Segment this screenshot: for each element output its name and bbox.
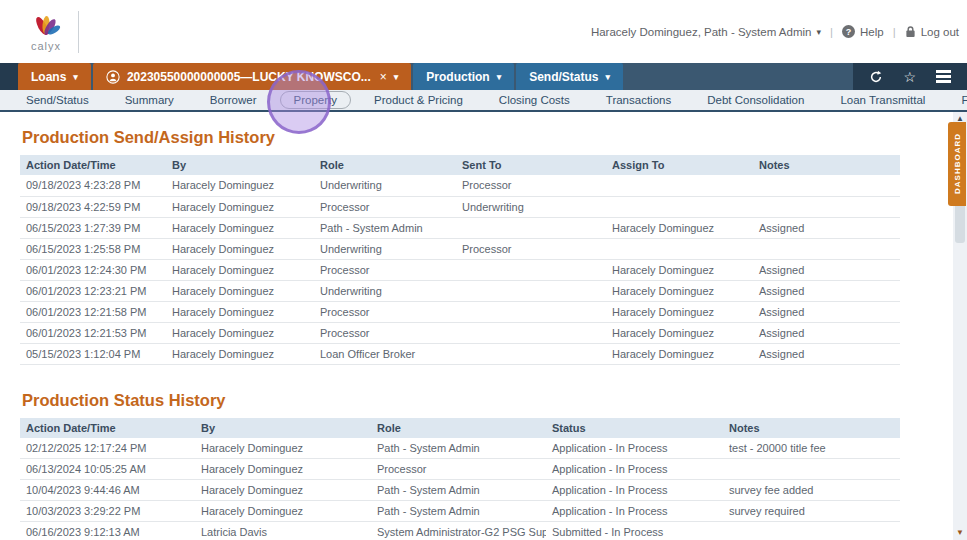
table-cell: 05/15/2023 1:12:04 PM (20, 343, 166, 364)
table-row: 02/12/2025 12:17:24 PMHaracely Dominguez… (20, 438, 900, 459)
production-label: Production (426, 70, 489, 84)
table-cell: 10/04/2023 9:44:46 AM (20, 480, 195, 501)
help-link[interactable]: ? Help (842, 25, 884, 38)
table-cell: 06/15/2023 1:25:58 PM (20, 238, 166, 259)
table-cell (753, 175, 900, 196)
table-cell: Assigned (753, 322, 900, 343)
logout-label: Log out (921, 26, 959, 38)
user-role-label: Haracely Dominguez, Path - System Admin (591, 26, 812, 38)
table-cell: test - 20000 title fee (723, 438, 900, 459)
dashboard-flyout-tab[interactable]: DASHBOARD (948, 122, 966, 206)
table-cell: Assigned (753, 301, 900, 322)
table-row: 06/01/2023 12:24:30 PMHaracely Dominguez… (20, 259, 900, 280)
table-cell: Processor (314, 259, 456, 280)
column-header: Role (314, 155, 456, 175)
divider (78, 11, 79, 53)
table-cell: Processor (371, 459, 546, 480)
divider: | (830, 26, 833, 38)
table-cell: Underwriting (314, 238, 456, 259)
table-cell: Haracely Dominguez (195, 438, 371, 459)
table-row: 06/01/2023 12:23:21 PMHaracely Dominguez… (20, 280, 900, 301)
table-cell (456, 280, 606, 301)
table-cell: 06/01/2023 12:21:53 PM (20, 322, 166, 343)
tab-send-status[interactable]: Send/Status (26, 94, 89, 106)
column-header: By (195, 418, 371, 438)
logo-wordmark: calyx (31, 40, 61, 52)
menu-icon[interactable] (936, 70, 951, 83)
tab-debt-consolidation[interactable]: Debt Consolidation (707, 94, 804, 106)
chevron-down-icon: ▾ (394, 72, 399, 82)
table-cell: 09/18/2023 4:23:28 PM (20, 175, 166, 196)
table-cell (456, 343, 606, 364)
loan-tab[interactable]: 20230550000000005—LUCKY KNOWSCO... × ▾ (93, 63, 411, 90)
table-cell (456, 259, 606, 280)
table-cell (723, 459, 900, 480)
column-header: Sent To (456, 155, 606, 175)
table-cell: Processor (314, 322, 456, 343)
table-cell: Haracely Dominguez (195, 459, 371, 480)
refresh-icon[interactable] (869, 70, 883, 84)
main-nav-bar: Loans ▾ 20230550000000005—LUCKY KNOWSCO.… (0, 63, 967, 90)
top-header: calyx Haracely Dominguez, Path - System … (0, 0, 967, 63)
main-content: Production Send/Assign History Action Da… (0, 128, 967, 540)
table-cell: Haracely Dominguez (166, 280, 314, 301)
calyx-logo-icon (28, 12, 64, 42)
send-status-menu-button[interactable]: Send/Status ▾ (516, 63, 623, 90)
close-icon[interactable]: × (380, 70, 387, 84)
table-cell: Processor (314, 301, 456, 322)
table-row: 09/18/2023 4:22:59 PMHaracely DominguezP… (20, 196, 900, 217)
column-header: Notes (753, 155, 900, 175)
calyx-path-app: calyx Haracely Dominguez, Path - System … (0, 0, 967, 540)
table-cell: Underwriting (314, 280, 456, 301)
table-header-row: Action Date/Time By Role Status Notes (20, 418, 900, 438)
tab-loan-transmittal[interactable]: Loan Transmittal (840, 94, 925, 106)
table-cell (753, 196, 900, 217)
table-cell: Haracely Dominguez (166, 301, 314, 322)
tab-property[interactable]: Property (280, 91, 351, 109)
tab-closing-costs[interactable]: Closing Costs (499, 94, 570, 106)
loan-tab-label: 20230550000000005—LUCKY KNOWSCO... (127, 70, 371, 84)
divider: | (893, 26, 896, 38)
table-cell (606, 196, 753, 217)
table-cell: Haracely Dominguez (606, 280, 753, 301)
table-row: 06/15/2023 1:25:58 PMHaracely DominguezU… (20, 238, 900, 259)
favorite-icon[interactable]: ☆ (903, 69, 916, 85)
table-cell: Assigned (753, 217, 900, 238)
section-title-send-assign: Production Send/Assign History (22, 128, 967, 147)
tab-borrower[interactable]: Borrower (210, 94, 257, 106)
table-cell: survey fee added (723, 480, 900, 501)
table-cell: Haracely Dominguez (606, 301, 753, 322)
table-cell: Application - In Process (546, 438, 723, 459)
table-cell: 06/01/2023 12:23:21 PM (20, 280, 166, 301)
table-cell: Haracely Dominguez (166, 175, 314, 196)
chevron-down-icon: ▾ (497, 72, 502, 82)
scroll-down-arrow[interactable]: ▼ (953, 527, 967, 539)
user-role-dropdown[interactable]: Haracely Dominguez, Path - System Admin … (591, 26, 821, 38)
table-cell: Haracely Dominguez (166, 322, 314, 343)
table-cell: Assigned (753, 280, 900, 301)
tab-fha[interactable]: FHA (961, 94, 967, 106)
production-menu-button[interactable]: Production ▾ (413, 63, 514, 90)
tab-product-pricing[interactable]: Product & Pricing (374, 94, 463, 106)
table-cell: Haracely Dominguez (195, 480, 371, 501)
table-cell: Processor (456, 238, 606, 259)
table-cell: Underwriting (314, 175, 456, 196)
chevron-down-icon: ▾ (73, 72, 78, 82)
table-cell (456, 322, 606, 343)
table-cell: Haracely Dominguez (166, 343, 314, 364)
table-cell: Assigned (753, 343, 900, 364)
table-row: 06/16/2023 9:12:13 AMLatricia DavisSyste… (20, 522, 900, 540)
tab-transactions[interactable]: Transactions (606, 94, 671, 106)
table-cell (723, 522, 900, 540)
table-cell: 10/03/2023 3:29:22 PM (20, 501, 195, 522)
help-label: Help (860, 26, 884, 38)
table-cell: 06/16/2023 9:12:13 AM (20, 522, 195, 540)
table-row: 06/13/2024 10:05:25 AMHaracely Dominguez… (20, 459, 900, 480)
table-cell: 06/13/2024 10:05:25 AM (20, 459, 195, 480)
table-cell (753, 238, 900, 259)
logout-link[interactable]: Log out (905, 25, 959, 38)
table-cell: Processor (456, 175, 606, 196)
tab-summary[interactable]: Summary (125, 94, 174, 106)
loans-menu-button[interactable]: Loans ▾ (18, 63, 91, 90)
table-cell: Path - System Admin (314, 217, 456, 238)
